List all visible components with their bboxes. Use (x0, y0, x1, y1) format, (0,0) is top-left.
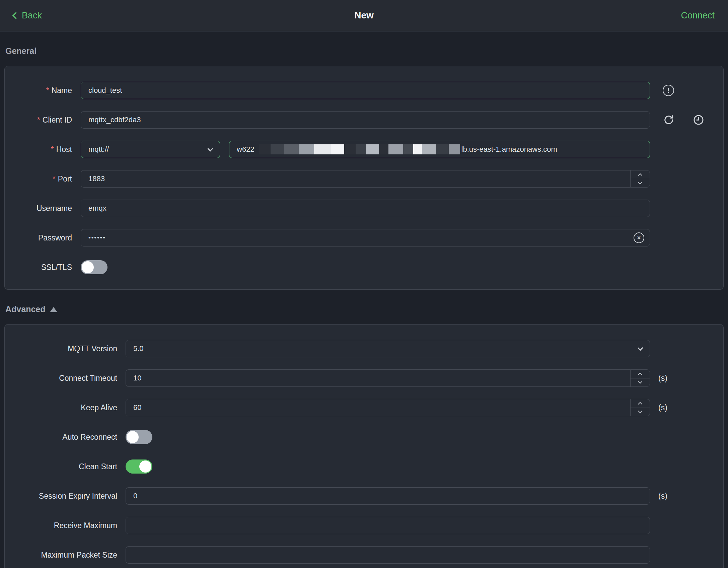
port-row: *Port 1883 (5, 170, 723, 188)
username-row: Username (5, 200, 723, 217)
auto-reconnect-label: Auto Reconnect (5, 433, 117, 442)
triangle-up-icon (50, 307, 57, 312)
client-id-row: *Client ID (5, 111, 723, 129)
mqtt-version-row: MQTT Version 5.0 (5, 340, 723, 357)
stepper-up-button[interactable] (631, 370, 650, 378)
close-circle-icon[interactable]: × (634, 232, 644, 243)
password-label: Password (5, 233, 72, 242)
chevron-up-icon (638, 173, 642, 178)
session-expiry-row: Session Expiry Interval (s) (5, 487, 723, 505)
maximum-packet-size-row: Maximum Packet Size (5, 546, 723, 564)
chevron-left-icon (12, 12, 19, 19)
ssl-row: SSL/TLS (5, 259, 723, 276)
ssl-label: SSL/TLS (5, 263, 72, 272)
mqtt-version-value: 5.0 (133, 344, 144, 353)
back-button[interactable]: Back (13, 10, 42, 21)
name-row: *Name ! (5, 82, 723, 99)
connect-button[interactable]: Connect (681, 10, 715, 21)
session-expiry-label: Session Expiry Interval (5, 492, 117, 501)
port-label: *Port (5, 174, 72, 184)
chevron-up-icon (638, 372, 642, 377)
chevron-down-icon (638, 409, 642, 413)
toggle-knob (139, 460, 151, 473)
host-protocol-value: mqtt:// (88, 145, 109, 154)
stepper-up-button[interactable] (631, 399, 650, 408)
toggle-knob (127, 431, 139, 443)
keep-alive-row: Keep Alive 60 (s) (5, 399, 723, 416)
host-address-suffix: lb.us-east-1.amazonaws.com (461, 145, 557, 154)
clean-start-label: Clean Start (5, 462, 117, 471)
chevron-down-icon (638, 180, 642, 185)
stepper-down-button[interactable] (631, 408, 650, 416)
seconds-suffix: (s) (658, 492, 667, 501)
connect-timeout-value: 10 (133, 374, 141, 382)
stepper-down-button[interactable] (631, 378, 650, 387)
clean-start-toggle[interactable] (126, 459, 152, 474)
chevron-down-icon (638, 379, 642, 384)
clock-icon[interactable] (693, 114, 705, 126)
required-mark: * (37, 116, 40, 124)
session-expiry-input[interactable] (126, 487, 650, 505)
host-row: *Host mqtt:// w622 lb.us-east-1.amazonaw… (5, 141, 723, 158)
keep-alive-value: 60 (133, 403, 141, 412)
required-mark: * (51, 145, 54, 154)
required-mark: * (46, 86, 49, 95)
receive-maximum-row: Receive Maximum (5, 517, 723, 534)
username-input[interactable] (81, 200, 650, 217)
mqtt-version-select[interactable]: 5.0 (126, 340, 650, 357)
port-stepper (630, 170, 650, 187)
connect-timeout-label: Connect Timeout (5, 374, 117, 383)
auto-reconnect-row: Auto Reconnect (5, 428, 723, 446)
refresh-icon[interactable] (663, 114, 675, 126)
connect-timeout-row: Connect Timeout 10 (s) (5, 369, 723, 387)
chevron-up-icon (638, 402, 642, 406)
receive-maximum-input[interactable] (126, 517, 650, 534)
keep-alive-stepper (630, 399, 650, 416)
client-id-input[interactable] (81, 111, 650, 129)
password-masked-value: •••••• (88, 234, 106, 241)
seconds-suffix: (s) (658, 403, 667, 412)
keep-alive-label: Keep Alive (5, 403, 117, 412)
connect-timeout-input[interactable]: 10 (126, 369, 650, 387)
name-label: *Name (5, 86, 72, 95)
host-protocol-select[interactable]: mqtt:// (81, 141, 220, 158)
client-id-label: *Client ID (5, 116, 72, 125)
general-section-heading: General (5, 46, 724, 56)
connect-timeout-stepper (630, 370, 650, 386)
host-address-input[interactable]: w622 lb.us-east-1.amazonaws.com (229, 141, 650, 158)
page-title: New (0, 10, 728, 21)
seconds-suffix: (s) (658, 374, 667, 383)
clean-start-row: Clean Start (5, 458, 723, 475)
advanced-card: MQTT Version 5.0 Connect Timeout 10 (s) … (4, 324, 724, 568)
required-mark: * (53, 174, 56, 183)
general-heading-label: General (5, 46, 37, 56)
ssl-toggle[interactable] (81, 260, 107, 274)
host-address-prefix: w622 (237, 145, 254, 154)
username-label: Username (5, 204, 72, 213)
auto-reconnect-toggle[interactable] (126, 430, 152, 444)
receive-maximum-label: Receive Maximum (5, 521, 117, 530)
maximum-packet-size-input[interactable] (126, 546, 650, 564)
general-card: *Name ! *Client ID *Host (4, 66, 724, 290)
chevron-down-icon (638, 345, 643, 351)
password-row: Password •••••• × (5, 229, 723, 246)
password-input[interactable]: •••••• × (81, 229, 650, 246)
keep-alive-input[interactable]: 60 (126, 399, 650, 416)
mqtt-version-label: MQTT Version (5, 344, 117, 353)
port-input[interactable]: 1883 (81, 170, 650, 188)
toggle-knob (82, 261, 94, 273)
maximum-packet-size-label: Maximum Packet Size (5, 551, 117, 560)
chevron-down-icon (208, 146, 213, 151)
alert-circle-icon[interactable]: ! (663, 85, 674, 96)
top-bar: Back New Connect (0, 0, 728, 31)
name-input[interactable] (81, 82, 650, 99)
redacted-host-segment (259, 144, 460, 154)
advanced-heading-label: Advanced (5, 304, 45, 314)
advanced-section-heading[interactable]: Advanced (5, 304, 724, 314)
port-value: 1883 (88, 174, 105, 183)
host-label: *Host (5, 145, 72, 154)
stepper-down-button[interactable] (631, 179, 650, 188)
form-content: General *Name ! *Client ID (0, 46, 728, 568)
back-button-label: Back (22, 10, 42, 21)
stepper-up-button[interactable] (631, 170, 650, 179)
